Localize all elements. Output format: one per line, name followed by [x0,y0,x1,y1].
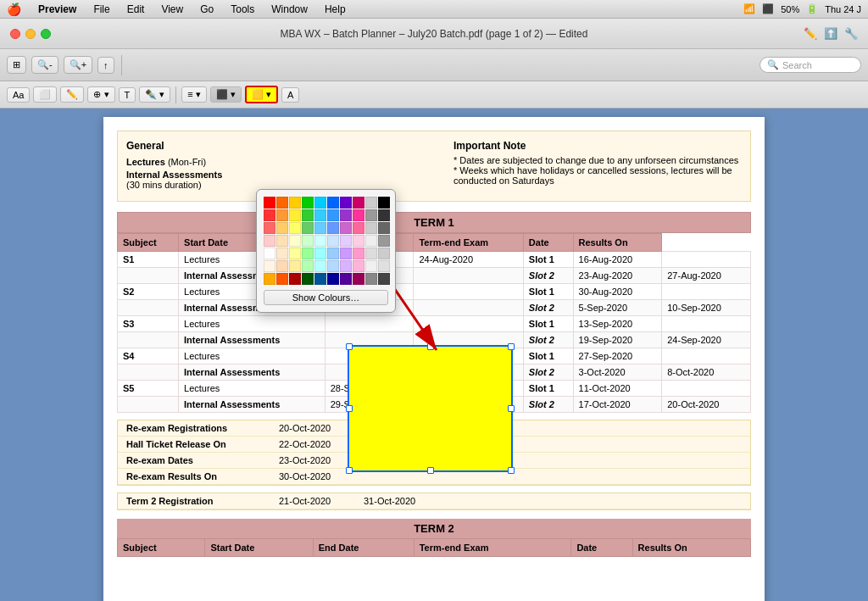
color-cell[interactable] [353,248,364,259]
color-cell[interactable] [314,209,326,221]
color-cell[interactable] [264,273,275,285]
sign-button[interactable]: ✒️ ▾ [139,86,170,103]
color-cell[interactable] [302,222,314,234]
color-cell[interactable] [276,197,288,209]
handle-bl[interactable] [346,467,353,474]
menu-go[interactable]: Go [193,3,220,15]
color-cell[interactable] [276,235,288,247]
menu-file[interactable]: File [86,3,116,15]
color-cell[interactable] [302,273,314,285]
handle-ml[interactable] [346,405,353,412]
color-cell[interactable] [327,273,339,285]
color-cell[interactable] [314,235,326,247]
color-cell[interactable] [264,209,275,221]
color-cell[interactable] [289,197,301,209]
color-cell[interactable] [327,260,339,272]
color-cell[interactable] [353,273,364,285]
color-cell[interactable] [302,209,314,221]
text-button[interactable]: T [119,87,136,103]
color-cell[interactable] [327,235,339,247]
share-icon[interactable]: ⬆️ [824,27,837,40]
color-cell[interactable] [378,197,390,209]
color-cell[interactable] [378,209,390,221]
color-cell[interactable] [365,248,377,259]
handle-br[interactable] [508,467,515,474]
color-cell[interactable] [327,209,339,221]
color-cell[interactable] [340,273,352,285]
color-cell[interactable] [378,248,390,259]
color-cell[interactable] [353,235,364,247]
color-palette-popup[interactable]: Show Colours… [256,189,396,313]
color-cell[interactable] [264,248,275,259]
text-style-button[interactable]: Aa [7,87,30,103]
handle-mr[interactable] [508,405,515,412]
show-colors-button[interactable]: Show Colours… [264,290,388,305]
color-cell[interactable] [340,260,352,272]
handle-tr[interactable] [508,343,515,350]
handle-tm[interactable] [427,343,434,350]
color-cell[interactable] [365,273,377,285]
color-cell[interactable] [353,209,364,221]
handle-tl[interactable] [346,343,353,350]
sketch-button[interactable]: ✏️ [60,86,84,103]
sidebar-button[interactable]: ⊞ [7,56,26,74]
color-cell[interactable] [314,222,326,234]
shape-button[interactable]: ⬛ ▾ [210,86,242,103]
color-cell[interactable] [314,260,326,272]
zoom-in-button[interactable]: 🔍+ [64,56,92,74]
color-cell[interactable] [264,260,275,272]
color-cell[interactable] [340,235,352,247]
color-cell[interactable] [327,197,339,209]
color-cell[interactable] [353,197,364,209]
color-cell[interactable] [302,260,314,272]
handle-bm[interactable] [427,467,434,474]
color-cell[interactable] [276,248,288,259]
menu-edit[interactable]: Edit [120,3,152,15]
color-cell[interactable] [340,248,352,259]
markup-icon[interactable]: 🔧 [844,27,858,40]
color-cell[interactable] [378,222,390,234]
minimize-button[interactable] [25,29,36,39]
close-button[interactable] [10,29,20,39]
color-cell[interactable] [365,260,377,272]
color-cell[interactable] [264,222,275,234]
color-cell[interactable] [289,209,301,221]
edit-icon[interactable]: ✏️ [804,27,817,40]
menu-help[interactable]: Help [318,3,353,15]
zoom-out-button[interactable]: 🔍- [31,56,58,74]
share-button[interactable]: ↑ [97,57,114,74]
color-cell[interactable] [353,222,364,234]
color-cell[interactable] [302,197,314,209]
lines-button[interactable]: ≡ ▾ [181,86,206,103]
color-cell[interactable] [353,260,364,272]
color-cell[interactable] [378,235,390,247]
color-cell[interactable] [365,235,377,247]
font-button[interactable]: A [281,87,299,103]
color-cell[interactable] [327,248,339,259]
color-cell[interactable] [276,209,288,221]
color-cell[interactable] [276,273,288,285]
color-cell[interactable] [327,222,339,234]
color-cell[interactable] [264,235,275,247]
color-cell[interactable] [302,235,314,247]
color-cell[interactable] [340,222,352,234]
color-cell[interactable] [276,222,288,234]
yellow-highlight-box[interactable] [348,345,513,472]
color-cell[interactable] [314,197,326,209]
color-cell[interactable] [314,273,326,285]
menu-window[interactable]: Window [264,3,314,15]
menu-tools[interactable]: Tools [224,3,261,15]
color-cell[interactable] [289,260,301,272]
fill-color-button[interactable]: 🟨 ▾ [245,86,278,103]
stamp-button[interactable]: ⊕ ▾ [87,86,114,103]
color-cell[interactable] [378,273,390,285]
color-cell[interactable] [340,197,352,209]
search-box[interactable]: 🔍 Search [760,57,861,73]
color-cell[interactable] [289,222,301,234]
maximize-button[interactable] [41,29,51,39]
color-cell[interactable] [289,273,301,285]
color-cell[interactable] [289,248,301,259]
color-cell[interactable] [264,197,275,209]
color-cell[interactable] [302,248,314,259]
menu-preview[interactable]: Preview [31,3,83,15]
